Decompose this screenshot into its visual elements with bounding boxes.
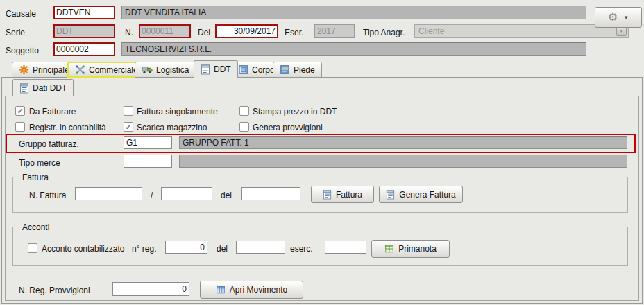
n-reg-label: n° reg. [132, 244, 156, 254]
tab-label: Principale [33, 65, 69, 75]
ddt-document-window: Causale DDT VENDITA ITALIA Serie N. Del … [0, 0, 644, 305]
tipo-merce-input[interactable] [124, 155, 172, 168]
acconto-contabilizzato-checkbox[interactable] [28, 243, 37, 253]
tools-icon [75, 64, 85, 75]
serie-label: Serie [6, 28, 25, 37]
del-date-input[interactable] [215, 24, 278, 38]
document-icon [201, 64, 210, 75]
document-icon [323, 190, 332, 200]
genera-fattura-button[interactable]: Genera Fattura [379, 186, 463, 203]
numero-input [139, 24, 191, 38]
starburst-icon [19, 64, 29, 75]
tipo-anagr-value: Cliente [418, 26, 444, 36]
fattura-separator: / [151, 191, 153, 200]
scarica-magazzino-label: Scarica magazzino [137, 123, 207, 132]
tipo-anagr-label: Tipo Anagr. [363, 28, 405, 37]
numero-label: N. [125, 28, 133, 37]
da-fatturare-label: Da Fatturare [29, 107, 76, 116]
soggetto-label: Soggetto [6, 46, 39, 55]
n-fattura-input[interactable] [75, 187, 142, 200]
soggetto-input[interactable] [53, 42, 115, 56]
tab-principale[interactable]: Principale [12, 62, 76, 78]
genera-provvigioni-checkbox[interactable] [239, 122, 249, 132]
tab-logistica[interactable]: Logistica [135, 62, 196, 78]
fattura-group-title: Fattura [19, 173, 51, 182]
primanota-button[interactable]: Primanota [371, 240, 450, 258]
layout-body-icon [238, 64, 248, 75]
table-blue-icon [216, 285, 226, 295]
tab-dati-ddt[interactable]: Dati DDT [12, 79, 74, 96]
causale-label: Causale [6, 9, 36, 19]
tab-ddt[interactable]: DDT [194, 60, 238, 78]
fattura-del-input[interactable] [242, 187, 300, 200]
fattura-singolarmente-checkbox[interactable] [124, 106, 133, 116]
causale-description: DDT VENDITA ITALIA [121, 6, 586, 19]
tab-piede[interactable]: Piede [273, 62, 322, 78]
fattura-button[interactable]: Fattura [311, 186, 374, 203]
eserc-label: eserc. [290, 244, 313, 254]
layout-footer-icon [280, 64, 290, 75]
acconti-group-title: Acconti [19, 223, 52, 232]
fattura-singolarmente-label: Fattura singolarmente [137, 107, 218, 116]
stampa-prezzo-checkbox[interactable] [239, 106, 249, 116]
stampa-prezzo-label: Stampa prezzo in DDT [253, 107, 337, 116]
gruppo-fatturaz-description: GRUPPO FATT. 1 [179, 136, 627, 149]
caret-down-icon: ▼ [623, 15, 629, 21]
apri-movimento-button-label: Apri Movimento [230, 285, 287, 295]
primanota-button-label: Primanota [398, 244, 437, 254]
document-icon [386, 190, 395, 200]
registr-contabilita-checkbox[interactable] [15, 122, 25, 132]
serie-input [53, 24, 115, 38]
n-reg-input[interactable] [165, 241, 207, 254]
tipo-merce-description [179, 155, 627, 168]
del-label: Del [198, 28, 210, 37]
n-reg-provvigioni-label: N. Reg. Provvigioni [19, 286, 90, 295]
gruppo-fatturaz-label: Gruppo fatturaz. [19, 139, 79, 149]
truck-icon [142, 65, 153, 75]
gruppo-fatturaz-input[interactable] [124, 136, 172, 149]
document-icon [19, 83, 29, 94]
acconti-del-label: del [217, 244, 228, 254]
eserc-input[interactable] [325, 241, 366, 254]
da-fatturare-checkbox[interactable]: ✓ [15, 106, 25, 116]
tab-label: DDT [214, 64, 231, 74]
tab-label: Corpo [252, 65, 275, 75]
apri-movimento-button[interactable]: Apri Movimento [200, 281, 303, 299]
fattura-serie-input[interactable] [161, 187, 212, 200]
tab-label: Piede [294, 65, 315, 75]
acconto-contabilizzato-label: Acconto contabilizzato [42, 244, 124, 254]
genera-fattura-button-label: Genera Fattura [399, 190, 455, 200]
eser-label: Eser. [285, 28, 303, 37]
registr-contabilita-label: Registr. in contabilità [29, 123, 106, 132]
tab-commerciale[interactable]: Commerciale [67, 62, 146, 78]
acconti-del-input[interactable] [236, 241, 285, 254]
eser-input [314, 24, 355, 38]
fattura-button-label: Fattura [336, 190, 362, 200]
gear-icon: ⚙ [608, 12, 618, 23]
tab-label: Logistica [156, 65, 189, 75]
n-fattura-label: N. Fattura [29, 191, 66, 200]
soggetto-description: TECNOSERVIZI S.R.L. [121, 42, 586, 56]
n-reg-provvigioni-input[interactable] [112, 282, 189, 296]
dropdown-arrow-icon: ▼ [616, 26, 627, 36]
genera-provvigioni-label: Genera provvigioni [253, 123, 323, 132]
tab-label: Commerciale [89, 65, 138, 75]
tab-label: Dati DDT [33, 83, 67, 93]
table-green-icon [384, 244, 394, 254]
settings-button[interactable]: ⚙ ▼ [595, 7, 642, 28]
scarica-magazzino-checkbox[interactable]: ✓ [124, 122, 133, 132]
fattura-del-label: del [221, 191, 232, 200]
tipo-merce-label: Tipo merce [19, 158, 60, 168]
causale-input[interactable] [53, 6, 115, 19]
